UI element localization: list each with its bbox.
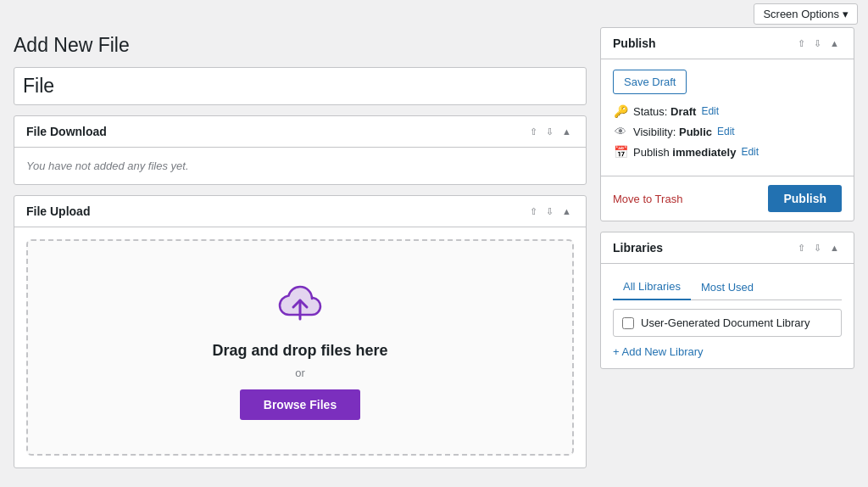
libraries-tabs: All Libraries Most Used — [613, 274, 842, 300]
file-upload-title: File Upload — [26, 204, 90, 218]
libraries-expand-button[interactable]: ▲ — [827, 242, 842, 255]
publish-panel-header: Publish ⇧ ⇩ ▲ — [601, 28, 854, 59]
file-upload-expand-button[interactable]: ▲ — [559, 205, 574, 218]
libraries-panel-controls: ⇧ ⇩ ▲ — [795, 242, 842, 255]
file-upload-section: File Upload ⇧ ⇩ ▲ — [14, 195, 587, 468]
file-download-down-button[interactable]: ⇩ — [543, 126, 556, 138]
upload-dropzone[interactable]: Drag and drop files here or Browse Files — [26, 239, 574, 456]
add-new-library-link[interactable]: + Add New Library — [613, 345, 704, 358]
calendar-icon: 📅 — [613, 145, 628, 159]
visibility-label: Visibility: Public — [633, 126, 712, 138]
publish-panel: Publish ⇧ ⇩ ▲ Save Draft 🔑 Status: Draft… — [600, 27, 854, 221]
file-upload-up-button[interactable]: ⇧ — [527, 205, 540, 218]
status-edit-link[interactable]: Edit — [701, 105, 719, 117]
browse-files-button[interactable]: Browse Files — [240, 389, 360, 420]
file-upload-controls: ⇧ ⇩ ▲ — [527, 205, 574, 218]
file-download-section: File Download ⇧ ⇩ ▲ You have not added a… — [14, 115, 587, 185]
publish-panel-title: Publish — [613, 36, 656, 50]
libraries-down-button[interactable]: ⇩ — [811, 242, 824, 255]
left-panel: Add New File File Download ⇧ ⇩ ▲ You hav… — [14, 27, 587, 479]
key-icon: 🔑 — [613, 104, 628, 118]
library-item-row: User-Generated Document Library — [613, 309, 842, 337]
publish-button[interactable]: Publish — [768, 185, 842, 212]
libraries-panel-title: Libraries — [613, 241, 663, 255]
publish-down-button[interactable]: ⇩ — [811, 37, 824, 50]
publish-panel-controls: ⇧ ⇩ ▲ — [795, 37, 842, 50]
upload-icon-wrapper — [45, 275, 555, 332]
file-download-body: You have not added any files yet. — [14, 148, 586, 184]
publish-time-value: immediately — [672, 146, 736, 159]
visibility-edit-link[interactable]: Edit — [717, 126, 735, 137]
right-panel: Publish ⇧ ⇩ ▲ Save Draft 🔑 Status: Draft… — [600, 27, 854, 479]
libraries-panel-header: Libraries ⇧ ⇩ ▲ — [601, 232, 854, 264]
publish-time-row: 📅 Publish immediately Edit — [613, 145, 842, 159]
visibility-value: Public — [679, 126, 712, 138]
publish-time-label: Publish immediately — [633, 146, 736, 159]
chevron-down-icon: ▾ — [843, 8, 849, 20]
tab-most-used[interactable]: Most Used — [691, 274, 764, 299]
file-upload-down-button[interactable]: ⇩ — [543, 205, 556, 218]
file-title-input[interactable] — [14, 67, 587, 105]
publish-expand-button[interactable]: ▲ — [827, 37, 842, 50]
publish-up-button[interactable]: ⇧ — [795, 37, 808, 50]
file-download-title: File Download — [26, 125, 107, 138]
file-upload-body: Drag and drop files here or Browse Files — [14, 227, 586, 467]
file-download-controls: ⇧ ⇩ ▲ — [527, 126, 574, 138]
status-value: Draft — [670, 105, 696, 118]
libraries-up-button[interactable]: ⇧ — [795, 242, 808, 255]
tab-all-libraries[interactable]: All Libraries — [613, 274, 691, 300]
libraries-panel: Libraries ⇧ ⇩ ▲ All Libraries Most Used … — [600, 232, 854, 369]
page-title: Add New File — [14, 27, 587, 57]
file-upload-header: File Upload ⇧ ⇩ ▲ — [14, 196, 586, 227]
upload-or-text: or — [45, 367, 555, 379]
move-to-trash-link[interactable]: Move to Trash — [613, 193, 682, 205]
eye-icon: 👁 — [613, 125, 628, 138]
file-download-up-button[interactable]: ⇧ — [527, 126, 540, 138]
library-item-label: User-Generated Document Library — [641, 316, 810, 329]
visibility-row: 👁 Visibility: Public Edit — [613, 125, 842, 138]
save-draft-button[interactable]: Save Draft — [613, 70, 687, 94]
upload-cloud-icon — [273, 275, 327, 329]
publish-panel-footer: Move to Trash Publish — [601, 176, 854, 221]
library-item-checkbox[interactable] — [622, 317, 634, 329]
file-download-empty-message: You have not added any files yet. — [26, 160, 574, 172]
publish-panel-body: Save Draft 🔑 Status: Draft Edit 👁 Visibi… — [601, 59, 854, 176]
screen-options-label: Screen Options — [763, 8, 839, 20]
drag-drop-text: Drag and drop files here — [45, 342, 555, 360]
libraries-panel-body: All Libraries Most Used User-Generated D… — [601, 264, 854, 368]
file-download-expand-button[interactable]: ▲ — [559, 126, 574, 138]
file-download-header: File Download ⇧ ⇩ ▲ — [14, 116, 586, 148]
status-label: Status: Draft — [633, 105, 696, 118]
publish-time-edit-link[interactable]: Edit — [741, 146, 759, 158]
screen-options-button[interactable]: Screen Options ▾ — [754, 3, 858, 25]
status-row: 🔑 Status: Draft Edit — [613, 104, 842, 118]
